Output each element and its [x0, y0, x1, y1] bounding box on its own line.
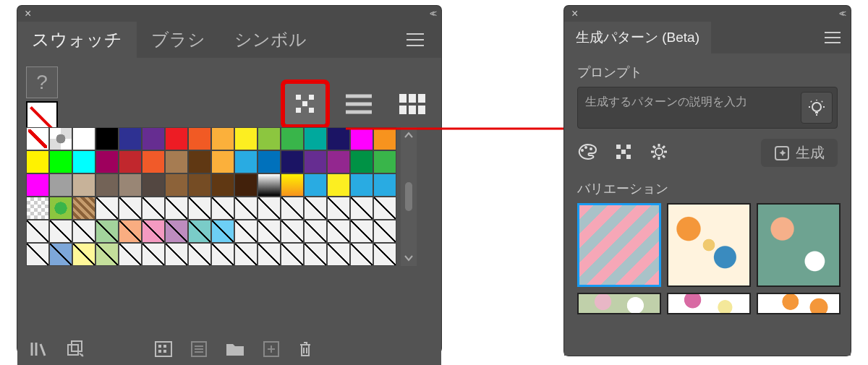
swatch[interactable] [304, 173, 327, 197]
swatch[interactable] [327, 243, 350, 266]
swatch[interactable] [165, 150, 188, 173]
variation-thumb[interactable] [577, 203, 661, 287]
swatch[interactable] [350, 243, 373, 266]
swatch[interactable] [350, 150, 373, 173]
swatch[interactable] [304, 243, 327, 266]
grid-view-button[interactable] [392, 84, 433, 124]
swatch[interactable] [188, 220, 211, 243]
variation-thumb[interactable] [757, 203, 841, 287]
swatch[interactable] [281, 197, 304, 220]
swatch[interactable] [327, 197, 350, 220]
swatch[interactable] [327, 150, 350, 173]
collapse-icon[interactable]: << [430, 9, 434, 19]
swatch[interactable] [258, 220, 281, 243]
swatch[interactable] [72, 220, 95, 243]
swatch[interactable] [95, 220, 119, 243]
swatch[interactable] [258, 127, 281, 150]
swatch[interactable] [350, 197, 373, 220]
swatch[interactable] [304, 127, 327, 150]
swatch[interactable] [281, 173, 304, 197]
swatch[interactable] [49, 220, 72, 243]
swatch[interactable] [49, 127, 72, 150]
swatch[interactable] [258, 243, 281, 266]
swatch[interactable] [281, 220, 304, 243]
swatch[interactable] [119, 127, 142, 150]
swatch[interactable] [258, 197, 281, 220]
variation-thumb[interactable] [667, 293, 751, 314]
swatch[interactable] [304, 220, 327, 243]
swatch[interactable] [188, 243, 211, 266]
swatch[interactable] [26, 243, 49, 266]
gear-icon[interactable] [650, 142, 668, 164]
swatch[interactable] [188, 127, 211, 150]
generate-pattern-button[interactable] [285, 84, 326, 124]
swatch[interactable] [211, 220, 234, 243]
help-button[interactable]: ? [26, 66, 58, 98]
swatch[interactable] [350, 220, 373, 243]
swatch[interactable] [234, 197, 258, 220]
swatch[interactable] [234, 220, 258, 243]
swatch[interactable] [234, 127, 258, 150]
swatch[interactable] [72, 127, 95, 150]
variation-thumb[interactable] [667, 203, 751, 287]
swatch[interactable] [211, 197, 234, 220]
swatch[interactable] [72, 243, 95, 266]
tab-symbols[interactable]: シンボル [220, 22, 321, 58]
swatch[interactable] [234, 150, 258, 173]
swatch[interactable] [165, 220, 188, 243]
generate-button[interactable]: 生成 [761, 139, 838, 167]
swatch[interactable] [373, 220, 396, 243]
tab-swatches[interactable]: スウォッチ [17, 22, 137, 58]
swatch[interactable] [281, 150, 304, 173]
swatch[interactable] [95, 127, 119, 150]
swatch[interactable] [281, 127, 304, 150]
swatch[interactable] [26, 150, 49, 173]
scroll-thumb[interactable] [405, 182, 412, 211]
swatch[interactable] [188, 197, 211, 220]
variation-thumb[interactable] [577, 293, 661, 314]
swatch[interactable] [142, 220, 165, 243]
swatch[interactable] [26, 173, 49, 197]
swatch[interactable] [304, 150, 327, 173]
folder-icon[interactable] [226, 342, 244, 361]
swatch[interactable] [327, 127, 350, 150]
swatch[interactable] [258, 150, 281, 173]
delete-icon[interactable] [298, 340, 312, 362]
swatch[interactable] [142, 243, 165, 266]
swatch[interactable] [211, 127, 234, 150]
prompt-input[interactable]: 生成するパターンの説明を入力 [577, 87, 838, 129]
swatch[interactable] [26, 220, 49, 243]
swatch[interactable] [234, 243, 258, 266]
tab-generate-pattern[interactable]: 生成パターン (Beta) [564, 22, 711, 53]
swatch[interactable] [72, 150, 95, 173]
swatch[interactable] [49, 173, 72, 197]
swatch[interactable] [327, 220, 350, 243]
swatch[interactable] [350, 127, 373, 150]
show-find-icon[interactable] [191, 341, 207, 361]
swatch[interactable] [95, 150, 119, 173]
swatch[interactable] [119, 220, 142, 243]
library-icon[interactable] [30, 341, 48, 361]
swatch[interactable] [165, 243, 188, 266]
swatch[interactable] [304, 197, 327, 220]
swatch[interactable] [26, 127, 49, 150]
swatch[interactable] [49, 197, 72, 220]
swatch[interactable] [95, 243, 119, 266]
swatch[interactable] [165, 173, 188, 197]
swatch[interactable] [165, 127, 188, 150]
swatch[interactable] [373, 173, 396, 197]
list-view-button[interactable] [339, 84, 379, 124]
swatch[interactable] [188, 150, 211, 173]
swatch[interactable] [72, 173, 95, 197]
variation-thumb[interactable] [757, 293, 841, 314]
swatch[interactable] [188, 173, 211, 197]
scroll-down-icon[interactable] [404, 254, 413, 262]
swatch-options-icon[interactable] [155, 341, 172, 361]
scroll-up-icon[interactable] [404, 132, 413, 139]
swatch[interactable] [373, 127, 396, 150]
palette-icon[interactable] [577, 143, 597, 163]
swatch[interactable] [95, 197, 119, 220]
new-swatch-icon[interactable] [263, 341, 279, 361]
panel-menu-icon[interactable] [814, 22, 851, 53]
panel-menu-icon[interactable] [396, 22, 434, 58]
